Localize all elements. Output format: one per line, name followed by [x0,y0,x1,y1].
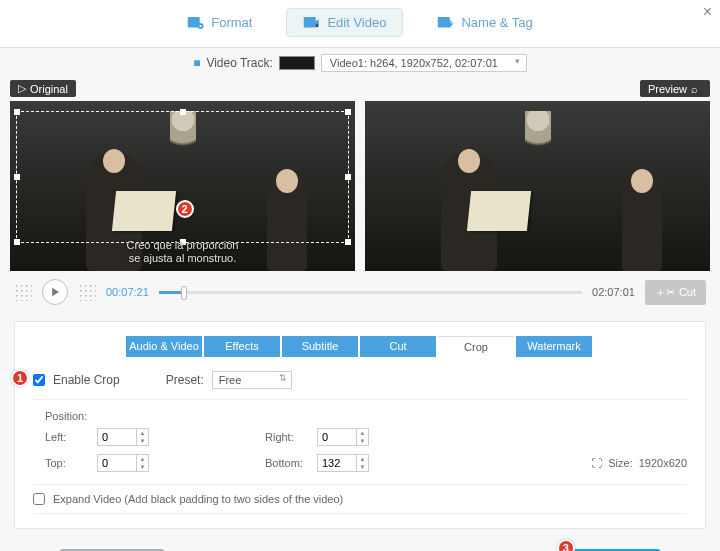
tab-format[interactable]: Format [171,8,268,37]
svg-rect-3 [304,17,316,28]
annotation-1: 1 [11,369,29,387]
svg-point-2 [200,24,202,26]
video-previews: Creo que la proporciónse ajusta al monst… [0,101,720,271]
size-value: 1920x620 [639,457,687,469]
tab-name-label: Name & Tag [461,15,532,30]
track-thumbnail [279,56,315,70]
edit-video-icon [303,16,321,30]
format-icon [187,16,205,30]
expand-video-checkbox[interactable] [33,493,45,505]
subtab-subtitle[interactable]: Subtitle [282,336,358,357]
original-video[interactable]: Creo que la proporciónse ajusta al monst… [10,101,355,271]
close-button[interactable]: × [703,3,712,21]
preset-label: Preset: [166,373,204,387]
subtab-watermark[interactable]: Watermark [516,336,592,357]
footer-buttons: Cancel 3 Done [0,537,720,551]
size-label: Size: [608,457,632,469]
annotation-2: 2 [176,200,194,218]
timeline-slider[interactable] [159,291,582,294]
preview-video [365,101,710,271]
left-input[interactable] [97,428,137,446]
expand-video-label: Expand Video (Add black padding to two s… [53,493,343,505]
video-subtitle: Creo que la proporciónse ajusta al monst… [10,239,355,265]
main-tabs: Format Edit Video Name & Tag [0,0,720,48]
tab-name-tag[interactable]: Name & Tag [421,8,548,37]
enable-crop-label: Enable Crop [53,373,120,387]
bottom-label: Bottom: [265,457,309,469]
subtab-audio-video[interactable]: Audio & Video [126,336,202,357]
top-input[interactable] [97,454,137,472]
handle-icon [78,283,96,301]
cut-button[interactable]: ＋✂ Cut [645,280,706,305]
scissors-icon: ＋✂ [655,285,675,300]
video-track-row: ■ Video Track: Video1: h264, 1920x752, 0… [0,48,720,78]
tab-edit-label: Edit Video [327,15,386,30]
name-tag-icon [437,16,455,30]
video-track-select[interactable]: Video1: h264, 1920x752, 02:07:01 [321,54,527,72]
current-time: 00:07:21 [106,286,149,298]
tab-edit-video[interactable]: Edit Video [286,8,403,37]
subtab-cut[interactable]: Cut [360,336,436,357]
subtab-effects[interactable]: Effects [204,336,280,357]
bottom-input[interactable] [317,454,357,472]
size-icon: ⛶ [591,457,602,469]
playback-controls: 00:07:21 02:07:01 ＋✂ Cut [0,271,720,313]
settings-panel: Audio & Video Effects Subtitle Cut Crop … [14,321,706,529]
sub-tabs: Audio & Video Effects Subtitle Cut Crop … [33,336,687,357]
annotation-3: 3 [557,539,575,551]
preset-select[interactable]: Free [212,371,292,389]
position-label: Position: [33,410,687,428]
play-button[interactable] [42,279,68,305]
total-time: 02:07:01 [592,286,635,298]
svg-rect-4 [438,17,450,28]
right-input[interactable] [317,428,357,446]
preview-label: Preview⌕ [640,80,710,97]
enable-crop-checkbox[interactable] [33,374,45,386]
original-label: ▷Original [10,80,76,97]
tab-format-label: Format [211,15,252,30]
right-label: Right: [265,431,309,443]
handle-icon [14,283,32,301]
subtab-crop[interactable]: Crop [438,336,514,357]
video-track-value[interactable]: Video1: h264, 1920x752, 02:07:01 [321,54,527,72]
top-label: Top: [45,457,89,469]
video-track-label: Video Track: [206,56,272,70]
left-label: Left: [45,431,89,443]
